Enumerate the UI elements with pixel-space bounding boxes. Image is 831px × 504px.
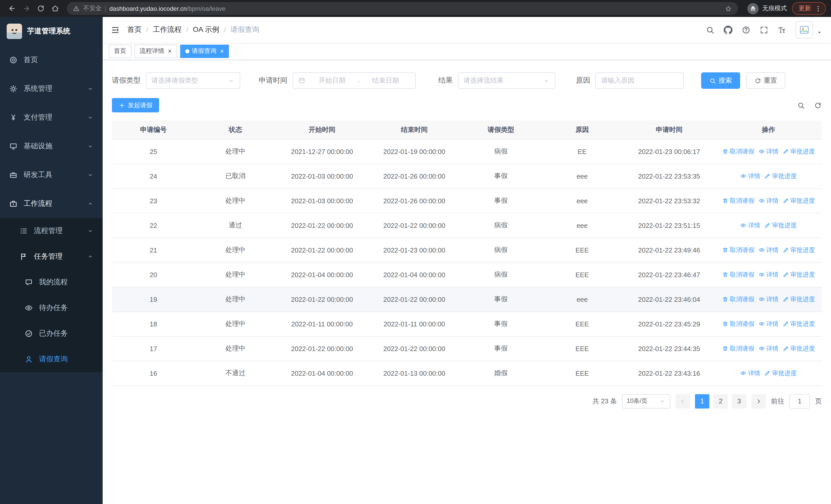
browser-menu-icon[interactable] [814, 5, 822, 12]
create-leave-button[interactable]: 发起请假 [112, 98, 159, 112]
bookmark-star-icon[interactable] [725, 5, 732, 12]
chevron-up-icon [87, 254, 93, 260]
approval-progress-link[interactable]: 审批进度 [764, 172, 797, 180]
update-button[interactable]: 更新 [792, 2, 826, 15]
apply-time-label: 申请时间 [259, 76, 287, 85]
pagination: 共 23 条 10条/页 123 前往 页 [112, 394, 822, 408]
approval-progress-link[interactable]: 审批进度 [764, 369, 797, 378]
result-select[interactable]: 请选择流结果 [458, 72, 555, 89]
page-button-1[interactable]: 1 [695, 394, 709, 408]
page-button-3[interactable]: 3 [732, 394, 746, 408]
close-icon[interactable]: × [220, 48, 224, 54]
security-warning-label[interactable]: 不安全 [83, 4, 102, 13]
approval-progress-link[interactable]: 审批进度 [782, 270, 815, 279]
detail-link[interactable]: 详情 [758, 344, 778, 353]
cancel-leave-link[interactable]: 取消请假 [722, 245, 754, 254]
cancel-leave-link[interactable]: 取消请假 [722, 270, 754, 279]
breadcrumb: 首页/工作流程/OA 示例/请假查询 [127, 25, 259, 34]
cell-leave-type: 病假 [460, 213, 541, 238]
chevron-down-icon [543, 77, 550, 84]
reason-input[interactable]: 请输入原因 [595, 72, 684, 89]
apply-time-range-picker[interactable]: 开始日期 - 结束日期 [292, 72, 416, 89]
goto-page-input[interactable] [790, 394, 810, 408]
address-bar[interactable]: 不安全 dashboard.yudao.iocoder.cn/bpm/oa/le… [67, 2, 738, 15]
reset-button[interactable]: 重置 [746, 72, 785, 89]
sidebar-item-6[interactable]: 流程管理 [0, 218, 103, 244]
approval-progress-link[interactable]: 审批进度 [782, 320, 815, 328]
breadcrumb-item[interactable]: 工作流程 [153, 25, 182, 34]
browser-reload-icon[interactable] [34, 2, 47, 15]
cancel-leave-link[interactable]: 取消请假 [722, 196, 754, 205]
leave-table: 申请编号状态开始时间结束时间请假类型原因申请时间操作 25处理中2021-12-… [112, 121, 822, 386]
detail-link[interactable]: 详情 [758, 295, 778, 304]
browser-home-icon[interactable] [48, 2, 62, 15]
cell-actions: 取消请假详情审批进度 [715, 336, 822, 361]
table-refresh-icon[interactable] [814, 101, 822, 109]
close-icon[interactable]: × [168, 48, 172, 54]
cell-end-time: 2022-01-26 00:00:00 [368, 188, 460, 213]
goto-suffix: 页 [815, 396, 822, 406]
page-size-select[interactable]: 10条/页 [622, 394, 670, 408]
detail-link[interactable]: 详情 [758, 270, 778, 279]
approval-progress-link[interactable]: 审批进度 [782, 245, 815, 254]
detail-link[interactable]: 详情 [758, 320, 778, 328]
sidebar-item-5[interactable]: 工作流程 [0, 189, 103, 218]
tab-item-0[interactable]: 首页 [109, 45, 132, 58]
cancel-leave-link[interactable]: 取消请假 [722, 344, 754, 353]
prev-page-button[interactable] [676, 394, 690, 408]
sidebar-item-label: 我的流程 [39, 278, 93, 287]
sidebar-item-1[interactable]: 系统管理 [0, 75, 103, 103]
fullscreen-icon[interactable] [760, 25, 768, 34]
cell-status: 不通过 [195, 361, 276, 385]
browser-forward-icon[interactable] [20, 2, 33, 15]
security-warning-icon[interactable] [73, 5, 80, 12]
search-button[interactable]: 搜索 [701, 72, 740, 89]
cancel-leave-link[interactable]: 取消请假 [722, 320, 754, 328]
sidebar-item-11[interactable]: 请假查询 [0, 347, 103, 372]
approval-progress-link[interactable]: 审批进度 [764, 221, 797, 230]
app-logo[interactable]: 芋道管理系统 [0, 17, 103, 46]
page-root: 不安全 dashboard.yudao.iocoder.cn/bpm/oa/le… [0, 0, 831, 504]
search-toggle-icon[interactable] [797, 101, 805, 109]
page-button-2[interactable]: 2 [713, 394, 728, 408]
approval-progress-link[interactable]: 审批进度 [782, 344, 815, 353]
delete-icon [722, 296, 728, 302]
approval-progress-link[interactable]: 审批进度 [782, 196, 815, 205]
detail-link[interactable]: 详情 [740, 369, 760, 378]
cancel-leave-link[interactable]: 取消请假 [722, 147, 754, 156]
sidebar-item-4[interactable]: 研发工具 [0, 161, 103, 189]
detail-link[interactable]: 详情 [758, 245, 778, 254]
detail-link[interactable]: 详情 [740, 172, 760, 180]
help-icon[interactable] [742, 25, 750, 34]
tab-item-1[interactable]: 流程详情× [135, 45, 177, 58]
cancel-leave-link[interactable]: 取消请假 [722, 295, 754, 304]
sidebar-item-7[interactable]: 任务管理 [0, 244, 103, 269]
sidebar-collapse-icon[interactable] [103, 17, 127, 42]
next-page-button[interactable] [751, 394, 766, 408]
font-size-icon[interactable] [778, 25, 786, 34]
reason-label: 原因 [576, 76, 590, 85]
avatar[interactable] [796, 21, 813, 38]
sidebar-item-9[interactable]: 待办任务 [0, 295, 103, 321]
leave-type-select[interactable]: 请选择请假类型 [146, 72, 240, 89]
detail-link[interactable]: 详情 [740, 221, 760, 230]
sidebar-item-10[interactable]: 已办任务 [0, 321, 103, 347]
breadcrumb-item[interactable]: 首页 [127, 25, 142, 34]
table-row-19: 19处理中2022-01-22 00:00:002022-01-22 00:00… [112, 287, 822, 312]
github-icon[interactable] [724, 25, 733, 34]
breadcrumb-item[interactable]: OA 示例 [193, 25, 220, 34]
sidebar-item-0[interactable]: 首页 [0, 46, 103, 75]
browser-back-icon[interactable] [5, 2, 19, 15]
detail-link[interactable]: 详情 [758, 147, 778, 156]
approval-progress-link[interactable]: 审批进度 [782, 295, 815, 304]
sidebar-item-8[interactable]: 我的流程 [0, 269, 103, 295]
sidebar-item-3[interactable]: 基础设施 [0, 132, 103, 161]
cell-leave-type: 病假 [460, 262, 541, 287]
sidebar-item-2[interactable]: 支付管理 [0, 103, 103, 132]
avatar-caret-icon[interactable] [817, 30, 822, 38]
detail-link[interactable]: 详情 [758, 196, 778, 205]
approval-progress-link[interactable]: 审批进度 [782, 147, 815, 156]
header-search-icon[interactable] [706, 25, 715, 34]
tab-item-2[interactable]: 请假查询× [180, 45, 229, 58]
edit-icon [782, 247, 789, 253]
